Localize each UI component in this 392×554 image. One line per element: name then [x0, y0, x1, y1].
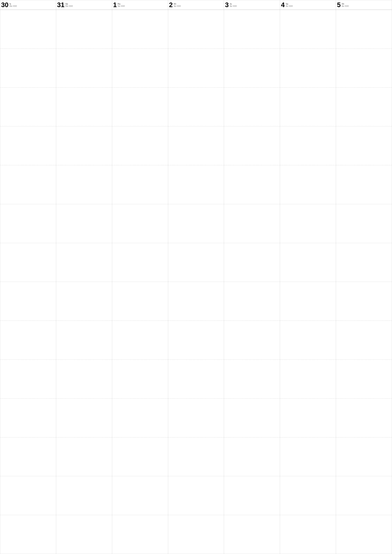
time-slot-0-5[interactable]	[0, 204, 56, 243]
time-slot-1-1[interactable]	[56, 49, 112, 88]
time-slot-4-0[interactable]	[224, 10, 280, 49]
time-slot-0-10[interactable]	[0, 399, 56, 437]
time-slot-1-9[interactable]	[56, 360, 112, 399]
time-slot-2-2[interactable]	[112, 88, 168, 126]
time-slot-0-8[interactable]	[0, 321, 56, 360]
time-slot-4-1[interactable]	[224, 49, 280, 88]
time-slot-4-8[interactable]	[224, 321, 280, 360]
time-slot-3-4[interactable]	[168, 165, 224, 204]
time-slot-5-0[interactable]	[280, 10, 336, 49]
time-slot-6-7[interactable]	[336, 282, 392, 321]
time-slot-4-3[interactable]	[224, 126, 280, 165]
time-slot-2-3[interactable]	[112, 126, 168, 165]
time-slot-3-9[interactable]	[168, 360, 224, 399]
time-slot-4-7[interactable]	[224, 282, 280, 321]
time-slot-3-2[interactable]	[168, 88, 224, 126]
time-slot-1-10[interactable]	[56, 399, 112, 437]
time-slot-1-2[interactable]	[56, 88, 112, 126]
time-slot-6-10[interactable]	[336, 399, 392, 437]
day-column-3[interactable]	[168, 10, 224, 554]
time-slot-6-1[interactable]	[336, 49, 392, 88]
time-slot-4-13[interactable]	[224, 515, 280, 554]
time-slot-0-6[interactable]	[0, 243, 56, 282]
time-slot-1-12[interactable]	[56, 476, 112, 515]
time-slot-5-8[interactable]	[280, 321, 336, 360]
time-slot-5-2[interactable]	[280, 88, 336, 126]
time-slot-3-8[interactable]	[168, 321, 224, 360]
time-slot-0-11[interactable]	[0, 437, 56, 476]
time-slot-4-11[interactable]	[224, 437, 280, 476]
time-slot-5-9[interactable]	[280, 360, 336, 399]
time-slot-1-11[interactable]	[56, 437, 112, 476]
time-slot-3-6[interactable]	[168, 243, 224, 282]
time-slot-3-12[interactable]	[168, 476, 224, 515]
time-slot-0-7[interactable]	[0, 282, 56, 321]
time-slot-1-7[interactable]	[56, 282, 112, 321]
time-slot-3-0[interactable]	[168, 10, 224, 49]
time-slot-2-1[interactable]	[112, 49, 168, 88]
day-column-1[interactable]	[56, 10, 112, 554]
time-slot-2-0[interactable]	[112, 10, 168, 49]
time-slot-6-2[interactable]	[336, 88, 392, 126]
time-slot-0-12[interactable]	[0, 476, 56, 515]
time-slot-0-2[interactable]	[0, 88, 56, 126]
time-slot-6-11[interactable]	[336, 437, 392, 476]
time-slot-4-2[interactable]	[224, 88, 280, 126]
time-slot-3-3[interactable]	[168, 126, 224, 165]
time-slot-0-4[interactable]	[0, 165, 56, 204]
time-slot-4-6[interactable]	[224, 243, 280, 282]
time-slot-2-9[interactable]	[112, 360, 168, 399]
time-slot-4-5[interactable]	[224, 204, 280, 243]
time-slot-0-0[interactable]	[0, 10, 56, 49]
time-slot-6-13[interactable]	[336, 515, 392, 554]
time-slot-5-13[interactable]	[280, 515, 336, 554]
time-slot-2-4[interactable]	[112, 165, 168, 204]
time-slot-6-0[interactable]	[336, 10, 392, 49]
time-slot-1-4[interactable]	[56, 165, 112, 204]
time-slot-2-7[interactable]	[112, 282, 168, 321]
time-slot-1-3[interactable]	[56, 126, 112, 165]
time-slot-6-5[interactable]	[336, 204, 392, 243]
time-slot-5-5[interactable]	[280, 204, 336, 243]
time-slot-4-10[interactable]	[224, 399, 280, 437]
time-slot-2-8[interactable]	[112, 321, 168, 360]
time-slot-1-5[interactable]	[56, 204, 112, 243]
time-slot-4-12[interactable]	[224, 476, 280, 515]
time-slot-1-13[interactable]	[56, 515, 112, 554]
time-slot-2-12[interactable]	[112, 476, 168, 515]
time-slot-3-11[interactable]	[168, 437, 224, 476]
time-slot-5-11[interactable]	[280, 437, 336, 476]
time-slot-3-1[interactable]	[168, 49, 224, 88]
time-slot-4-9[interactable]	[224, 360, 280, 399]
time-slot-3-7[interactable]	[168, 282, 224, 321]
time-slot-1-8[interactable]	[56, 321, 112, 360]
day-column-6[interactable]	[336, 10, 392, 554]
day-column-0[interactable]	[0, 10, 56, 554]
time-slot-2-13[interactable]	[112, 515, 168, 554]
time-slot-6-8[interactable]	[336, 321, 392, 360]
time-slot-0-9[interactable]	[0, 360, 56, 399]
time-slot-6-9[interactable]	[336, 360, 392, 399]
time-slot-2-6[interactable]	[112, 243, 168, 282]
time-slot-5-12[interactable]	[280, 476, 336, 515]
day-column-2[interactable]	[112, 10, 168, 554]
time-slot-5-10[interactable]	[280, 399, 336, 437]
time-slot-2-10[interactable]	[112, 399, 168, 437]
time-slot-3-10[interactable]	[168, 399, 224, 437]
time-slot-1-6[interactable]	[56, 243, 112, 282]
day-column-5[interactable]	[280, 10, 336, 554]
time-slot-6-12[interactable]	[336, 476, 392, 515]
time-slot-6-4[interactable]	[336, 165, 392, 204]
time-slot-6-3[interactable]	[336, 126, 392, 165]
time-slot-4-4[interactable]	[224, 165, 280, 204]
time-slot-5-1[interactable]	[280, 49, 336, 88]
time-slot-1-0[interactable]	[56, 10, 112, 49]
time-slot-5-4[interactable]	[280, 165, 336, 204]
time-slot-5-6[interactable]	[280, 243, 336, 282]
time-slot-0-13[interactable]	[0, 515, 56, 554]
time-slot-3-5[interactable]	[168, 204, 224, 243]
time-slot-2-5[interactable]	[112, 204, 168, 243]
time-slot-0-1[interactable]	[0, 49, 56, 88]
time-slot-0-3[interactable]	[0, 126, 56, 165]
time-slot-2-11[interactable]	[112, 437, 168, 476]
